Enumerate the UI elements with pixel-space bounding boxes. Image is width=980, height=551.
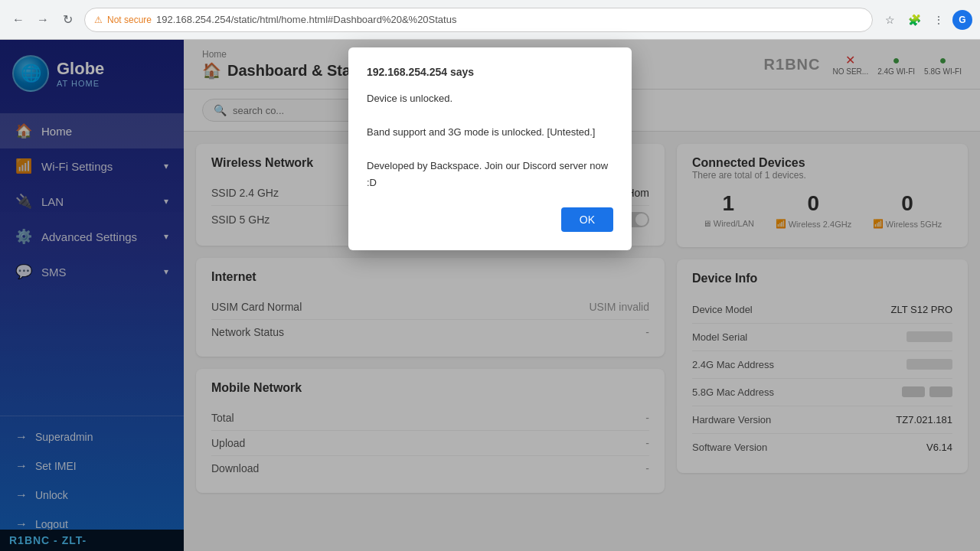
- dialog-footer: OK: [367, 207, 613, 232]
- back-button[interactable]: ←: [8, 9, 29, 31]
- forward-button[interactable]: →: [32, 9, 54, 31]
- url-text: 192.168.254.254/static/html/home.html#Da…: [156, 14, 456, 25]
- bookmark-button[interactable]: ☆: [879, 9, 900, 31]
- profile-button[interactable]: G: [952, 10, 972, 30]
- browser-actions: ☆ 🧩 ⋮ G: [879, 9, 972, 31]
- dialog-title: 192.168.254.254 says: [367, 66, 613, 78]
- ok-button[interactable]: OK: [561, 207, 613, 232]
- alert-dialog: 192.168.254.254 says Device is unlocked.…: [348, 47, 632, 250]
- browser-chrome: ← → ↻ ⚠ Not secure 192.168.254.254/stati…: [0, 0, 980, 40]
- menu-button[interactable]: ⋮: [928, 9, 949, 31]
- not-secure-icon: ⚠: [94, 15, 103, 25]
- reload-button[interactable]: ↻: [57, 9, 78, 31]
- dialog-message: Device is unlocked. Band support and 3G …: [367, 90, 613, 192]
- not-secure-label: Not secure: [107, 15, 152, 25]
- dialog-line1: Device is unlocked.: [367, 90, 613, 107]
- nav-buttons: ← → ↻: [8, 9, 78, 31]
- dialog-line2: Band support and 3G mode is unlocked. [U…: [367, 124, 613, 141]
- dialog-overlay: 192.168.254.254 says Device is unlocked.…: [0, 40, 980, 551]
- address-bar[interactable]: ⚠ Not secure 192.168.254.254/static/html…: [84, 8, 873, 32]
- dialog-line3: Developed by Backspace. Join our Discord…: [367, 158, 613, 191]
- extension-button[interactable]: 🧩: [903, 9, 925, 31]
